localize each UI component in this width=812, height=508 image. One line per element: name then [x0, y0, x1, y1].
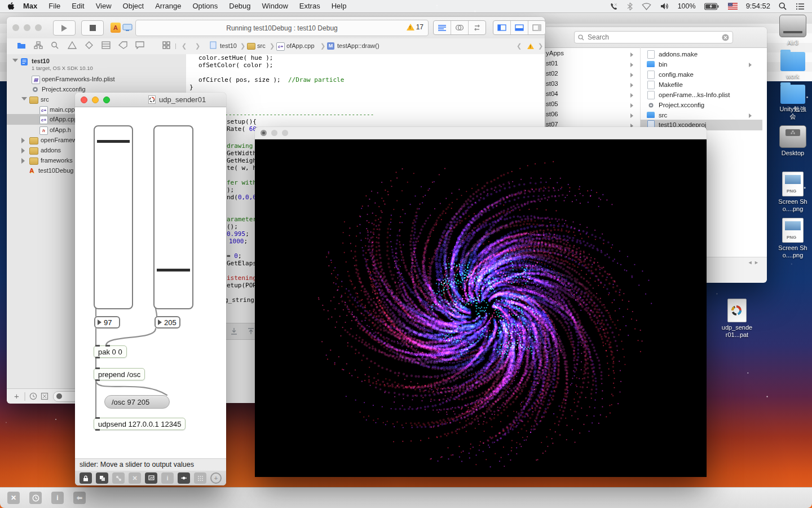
jumpbar-folder[interactable]: src — [257, 42, 266, 49]
battery-icon[interactable] — [701, 0, 722, 12]
project-navigator-icon[interactable] — [17, 41, 26, 49]
assistant-editor-button[interactable] — [451, 21, 469, 34]
tag-icon[interactable] — [118, 41, 127, 49]
recent-files-icon[interactable] — [29, 392, 37, 400]
close-icon[interactable]: ✕ — [129, 472, 141, 484]
desktop-icon-work[interactable]: work — [775, 52, 811, 80]
forward-button[interactable]: ❯ — [195, 42, 200, 50]
version-editor-button[interactable] — [469, 21, 486, 34]
clear-search-icon[interactable] — [722, 34, 729, 41]
desktop-icon-screenshot1[interactable]: PNG Screen Sho....png — [775, 172, 811, 213]
finder-column1-row[interactable]: yApps — [546, 50, 636, 60]
number-box-2[interactable]: 205 — [155, 316, 180, 329]
back-button[interactable]: ⬅ — [73, 492, 86, 504]
desktop-icon-maxpat-file[interactable]: udp_sender01...pat — [720, 299, 754, 339]
finder-column1-row[interactable]: st04 — [546, 90, 636, 100]
related-items-icon[interactable] — [162, 41, 170, 49]
presentation-icon[interactable] — [145, 472, 157, 484]
app-menu[interactable]: Max — [17, 0, 43, 12]
slider-2-knob[interactable] — [157, 269, 190, 271]
zoom-button[interactable] — [35, 24, 42, 31]
warning-icon[interactable] — [527, 43, 534, 49]
close-button[interactable] — [261, 130, 267, 136]
menu-object[interactable]: Object — [117, 0, 150, 12]
jumpbar-symbol[interactable]: testApp::draw() — [337, 42, 379, 49]
navigator-pane-button[interactable] — [493, 21, 511, 34]
patchcords-icon[interactable] — [112, 472, 125, 484]
message-box[interactable]: /osc 97 205 — [104, 395, 170, 409]
disclosure-open-icon[interactable] — [21, 97, 27, 100]
slider-1-knob[interactable] — [97, 140, 130, 143]
udpsend-object[interactable]: udpsend 127.0.0.1 12345 — [94, 418, 186, 430]
slider-1[interactable] — [94, 125, 133, 309]
close-button[interactable] — [12, 24, 19, 31]
disclosure-closed-icon[interactable] — [21, 138, 25, 143]
menu-file[interactable]: File — [43, 0, 66, 12]
finder-column1-row[interactable]: st06 — [546, 111, 636, 121]
back-button[interactable]: ❮ — [182, 42, 187, 50]
menu-window[interactable]: Window — [257, 0, 294, 12]
apple-menu[interactable] — [5, 0, 17, 12]
disclosure-open-icon[interactable] — [12, 59, 18, 62]
finder-file-row[interactable]: Makefile — [643, 80, 762, 90]
of-window-titlebar[interactable] — [255, 127, 707, 139]
search-input[interactable] — [586, 33, 720, 42]
finder-column1-row[interactable]: st03 — [546, 80, 636, 90]
log-navigator-icon[interactable] — [135, 41, 144, 49]
finder-column1-row[interactable]: st05 — [546, 100, 636, 111]
notification-center-icon[interactable] — [793, 0, 807, 12]
desktop-icon-screenshot2[interactable]: PNG Screen Sho....png — [775, 218, 811, 259]
menu-options[interactable]: Options — [187, 0, 223, 12]
view-segmented[interactable] — [493, 20, 546, 35]
scroll-arrows[interactable]: ◄ ► — [748, 260, 759, 265]
menu-view[interactable]: View — [90, 0, 117, 12]
report-navigator-icon[interactable] — [102, 41, 111, 49]
minimize-button[interactable] — [92, 97, 99, 103]
finder-column1-row[interactable]: st01 — [546, 60, 636, 70]
utilities-pane-button[interactable] — [528, 21, 545, 34]
close-button[interactable] — [81, 97, 87, 103]
clear-console-button[interactable]: ✕ — [7, 492, 20, 504]
issue-navigator-icon[interactable] — [68, 41, 77, 49]
slider-2[interactable] — [153, 125, 193, 309]
scheme-selector[interactable]: A — [111, 20, 133, 34]
debug-pane-button[interactable] — [511, 21, 528, 34]
scm-status-icon[interactable] — [41, 392, 48, 400]
finder-file-row[interactable]: openFrame...ks-Info.plist — [643, 90, 762, 100]
add-button[interactable]: + — [14, 391, 19, 401]
finder-column1-row[interactable]: st02 — [546, 70, 636, 80]
patcher-titlebar[interactable]: udp_sender01 — [75, 93, 226, 107]
menu-debug[interactable]: Debug — [223, 0, 256, 12]
finder-file-row[interactable]: bin — [643, 60, 762, 70]
zoom-button[interactable] — [103, 97, 110, 103]
stop-button[interactable] — [81, 20, 104, 36]
menu-arrange[interactable]: Arrange — [149, 0, 187, 12]
menu-clock[interactable]: 9:54:52 — [744, 0, 773, 12]
disclosure-closed-icon[interactable] — [21, 148, 25, 154]
connections-icon[interactable] — [178, 472, 190, 484]
menu-extras[interactable]: Extras — [294, 0, 326, 12]
editor-mode-segmented[interactable] — [433, 20, 486, 35]
warning-badge[interactable]: 17 — [407, 23, 423, 31]
search-field[interactable] — [574, 31, 733, 43]
add-icon[interactable]: + — [210, 472, 222, 484]
find-navigator-icon[interactable] — [51, 41, 59, 49]
minimize-button[interactable] — [271, 130, 277, 136]
next-issue-button[interactable]: ❯ — [538, 42, 543, 50]
disclosure-closed-icon[interactable] — [21, 158, 25, 164]
phone-icon[interactable] — [607, 0, 621, 12]
history-button[interactable] — [29, 492, 42, 504]
previous-issue-button[interactable]: ❮ — [517, 42, 522, 50]
xcode-toolbar[interactable]: A Running test10Debug : test10 Debug 17 — [7, 17, 545, 39]
jumpbar-file[interactable]: ofApp.cpp — [286, 42, 315, 49]
zoom-button[interactable] — [282, 130, 288, 136]
bluetooth-icon[interactable] — [624, 0, 636, 12]
symbol-navigator-icon[interactable] — [34, 41, 43, 49]
grid-icon[interactable] — [194, 472, 206, 484]
spotlight-icon[interactable] — [776, 0, 789, 12]
menu-edit[interactable]: Edit — [66, 0, 90, 12]
finder-file-row[interactable]: addons.make — [643, 50, 762, 60]
navigator-row[interactable]: ▤openFrameworks-Info.plist — [7, 75, 186, 85]
navigator-project-row[interactable]: test10 1 target, OS X SDK 10.10 — [7, 56, 186, 73]
finder-file-row[interactable]: Project.xcconfig — [643, 100, 762, 111]
